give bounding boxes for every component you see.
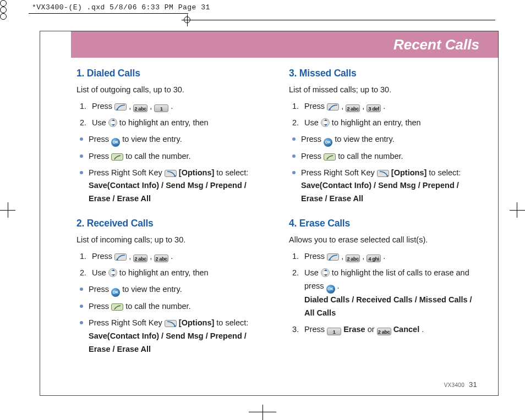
- key-1-icon: 1: [154, 104, 168, 112]
- received-bullets: Press OK to view the entry. Press to cal…: [76, 283, 267, 356]
- missed-step-2: Use to highlight an entry, then: [301, 117, 479, 130]
- received-desc: List of incoming calls; up to 30.: [76, 234, 267, 247]
- heading-received: 2. Received Calls: [76, 215, 267, 231]
- dialed-bullets: Press OK to view the entry. Press to cal…: [76, 133, 267, 206]
- key-2-icon: 2 abc: [346, 255, 360, 262]
- cropmark: [8, 202, 8, 218]
- page-title-bar: Recent Calls: [71, 31, 498, 58]
- received-options-list: Save(Contact Info) / Send Msg / Prepend …: [89, 331, 247, 353]
- ok-key-icon: OK: [111, 288, 120, 297]
- dialed-steps: Press , 2 abc , 1 . Use to highlight an …: [76, 100, 267, 130]
- received-bullet-call: Press to call the number.: [89, 300, 267, 313]
- page-content: 1. Dialed Calls List of outgoing calls, …: [76, 65, 479, 373]
- right-softkey-icon: [165, 320, 177, 327]
- dialed-bullet-view: Press OK to view the entry.: [89, 133, 267, 147]
- key-2-icon: 2 abc: [154, 255, 168, 262]
- left-softkey-icon: [114, 103, 127, 110]
- footer-model: VX3400: [444, 382, 464, 388]
- manual-page: Recent Calls 1. Dialed Calls List of out…: [40, 31, 499, 396]
- svg-point-0: [117, 108, 118, 110]
- key-2-icon: 2 abc: [133, 255, 147, 262]
- left-column: 1. Dialed Calls List of outgoing calls, …: [76, 65, 267, 373]
- print-header-rule: [29, 13, 188, 14]
- dialed-bullet-call: Press to call the number.: [89, 150, 267, 163]
- svg-point-4: [329, 108, 331, 110]
- missed-bullet-call: Press to call the number.: [301, 150, 479, 163]
- send-key-icon: [111, 303, 123, 311]
- right-softkey-icon: [165, 170, 177, 177]
- missed-options-list: Save(Contact Info) / Send Msg / Prepend …: [301, 181, 459, 203]
- key-1-icon: 1: [327, 328, 341, 335]
- heading-dialed: 1. Dialed Calls: [76, 65, 267, 81]
- key-2-icon: 2 abc: [346, 104, 360, 112]
- dialed-options-list: Save(Contact Info) / Send Msg / Prepend …: [89, 181, 247, 203]
- erase-step-2: Use to highlight the list of calls to er…: [301, 267, 479, 320]
- received-bullet-view: Press OK to view the entry.: [89, 283, 267, 297]
- left-softkey-icon: [114, 253, 127, 261]
- cropmark: [262, 405, 263, 420]
- ok-key-icon: OK: [324, 138, 332, 147]
- svg-point-2: [117, 259, 118, 261]
- dialed-step-1: Press , 2 abc , 1 .: [89, 100, 267, 113]
- erase-steps: Press , 2 abc , 4 ghi . Use to highlight…: [289, 250, 479, 336]
- cropmark-circle: [0, 13, 7, 20]
- send-key-icon: [324, 153, 336, 161]
- key-3-icon: 3 def: [367, 104, 381, 112]
- svg-point-6: [329, 259, 331, 261]
- cropmark: [517, 202, 517, 218]
- svg-point-3: [174, 325, 176, 327]
- key-4-icon: 4 ghi: [367, 255, 381, 262]
- erase-call-lists: Dialed Calls / Received Calls / Missed C…: [304, 295, 472, 317]
- missed-desc: List of missed calls; up to 30.: [289, 84, 479, 97]
- top-trim-line: [194, 20, 495, 20]
- right-softkey-icon: [377, 170, 389, 177]
- erase-desc: Allows you to erase selected call list(s…: [289, 234, 479, 247]
- svg-point-1: [174, 175, 176, 176]
- nav-ring-icon: [108, 268, 117, 277]
- received-step-1: Press , 2 abc , 2 abc .: [89, 250, 267, 263]
- received-step-2: Use to highlight an entry, then: [89, 267, 267, 280]
- dialed-step-2: Use to highlight an entry, then: [89, 117, 267, 130]
- nav-ring-icon: [108, 118, 117, 127]
- footer-page-number: 31: [469, 380, 477, 389]
- print-file-header: *VX3400-(E) .qxd 5/8/06 6:33 PM Page 31: [32, 3, 210, 12]
- ok-key-icon: OK: [326, 285, 335, 294]
- received-steps: Press , 2 abc , 2 abc . Use to highlight…: [76, 250, 267, 280]
- erase-step-3: Press 1 Erase or 2 abc Cancel .: [301, 323, 479, 336]
- missed-bullet-options: Press Right Soft Key [Options] to select…: [301, 167, 479, 206]
- heading-missed: 3. Missed Calls: [289, 65, 479, 81]
- registration-circle: [184, 16, 190, 23]
- missed-steps: Press , 2 abc , 3 def . Use to highlight…: [289, 100, 479, 130]
- missed-step-1: Press , 2 abc , 3 def .: [301, 100, 479, 113]
- left-softkey-icon: [327, 103, 339, 110]
- key-2-icon: 2 abc: [133, 104, 147, 112]
- left-softkey-icon: [327, 253, 339, 261]
- page-footer: VX3400 31: [444, 380, 477, 389]
- missed-bullets: Press OK to view the entry. Press to cal…: [289, 133, 479, 206]
- key-2-icon: 2 abc: [377, 328, 391, 335]
- right-column: 3. Missed Calls List of missed calls; up…: [289, 65, 479, 373]
- page-title: Recent Calls: [393, 36, 479, 53]
- svg-point-5: [386, 175, 388, 176]
- cropmark: [510, 210, 525, 211]
- cropmark-circle: [0, 7, 7, 13]
- send-key-icon: [111, 153, 123, 161]
- ok-key-icon: OK: [111, 138, 120, 147]
- erase-step-1: Press , 2 abc , 4 ghi .: [301, 250, 479, 263]
- received-bullet-options: Press Right Soft Key [Options] to select…: [89, 317, 267, 356]
- dialed-desc: List of outgoing calls, up to 30.: [76, 84, 267, 97]
- nav-ring-icon: [321, 268, 330, 277]
- nav-ring-icon: [321, 118, 330, 127]
- heading-erase: 4. Erase Calls: [289, 215, 479, 231]
- cropmark-circle: [0, 0, 7, 7]
- missed-bullet-view: Press OK to view the entry.: [301, 133, 479, 147]
- dialed-bullet-options: Press Right Soft Key [Options] to select…: [89, 167, 267, 206]
